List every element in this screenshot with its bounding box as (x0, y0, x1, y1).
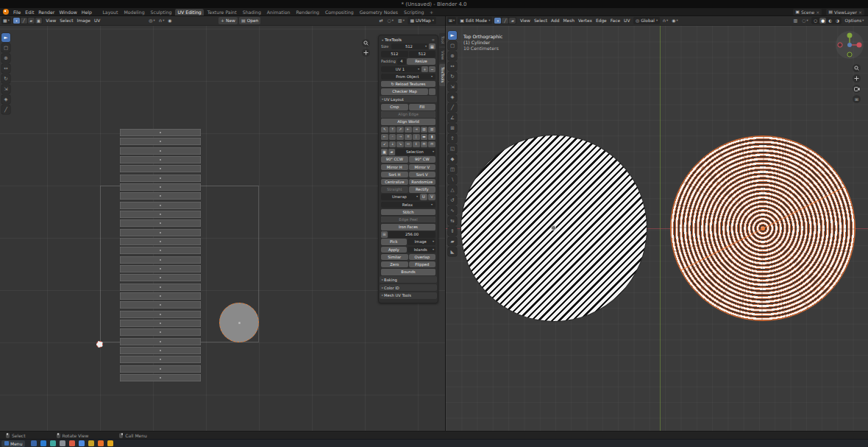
align-world-button[interactable]: Align World (381, 119, 435, 124)
uv-menu-image[interactable]: Image (75, 18, 92, 23)
unwrap-u-button[interactable]: U (420, 194, 427, 200)
align-icon-13-5[interactable]: ⊟ (421, 141, 428, 147)
selection-dropdown[interactable]: Selection▾ (396, 149, 435, 155)
align-icon-12-2[interactable]: → (396, 134, 404, 140)
move-tool[interactable]: ↔ (448, 62, 457, 71)
sidebar-tab-tool[interactable]: Tool (439, 33, 445, 46)
smooth-tool[interactable]: ∿ (448, 206, 457, 215)
resize-button[interactable]: Resize (407, 58, 435, 64)
inset-faces-tool[interactable]: ◱ (448, 144, 457, 153)
from-object-dropdown[interactable]: From Object▾ (383, 74, 434, 80)
rotate-tool[interactable]: ↻ (1, 74, 10, 83)
solid-shading-button[interactable]: ● (819, 18, 826, 24)
align-icon-11-2[interactable]: ↗ (396, 127, 404, 133)
scale-tool[interactable]: ⇲ (448, 82, 457, 91)
uv-editor-type-button[interactable]: ▦ ▾ (1, 17, 11, 24)
sort-h-button[interactable]: Sort H (381, 172, 408, 177)
align-icon-12-6[interactable]: ▮ (428, 134, 435, 140)
uv-island-strip[interactable] (120, 247, 201, 254)
align-mode-button[interactable]: ▣ (381, 149, 388, 155)
select-box-tool[interactable]: ▢ (1, 43, 10, 52)
uv-island-strip[interactable] (120, 156, 201, 163)
align-icon-11-0[interactable]: ↖ (381, 127, 388, 133)
uv-island-strip[interactable] (120, 202, 201, 209)
viewport-menu-uv[interactable]: UV (622, 18, 632, 23)
topbar-menu-edit[interactable]: Edit (23, 10, 36, 15)
topbar-menu-file[interactable]: File (11, 10, 23, 15)
reload-textures-button[interactable]: ↻ Reload Textures (381, 81, 435, 87)
uv-edge-select-button[interactable]: ╱ (21, 18, 27, 24)
workspace-tab-compositing[interactable]: Compositing (323, 9, 357, 15)
viewport-menu-add[interactable]: Add (549, 18, 561, 23)
measure-tool[interactable]: ∠ (448, 113, 457, 122)
uv-island-strip[interactable] (120, 138, 201, 145)
align-icon-12-3[interactable]: ≡ (405, 134, 412, 140)
uv-vertex-select-button[interactable]: ∙ (13, 18, 20, 24)
uv-island-strip[interactable] (120, 147, 201, 155)
scene-dropdown[interactable]: ▣ Scene × (793, 9, 822, 15)
uv-island-strip[interactable] (120, 301, 201, 309)
transform-tool[interactable]: ◈ (448, 93, 457, 102)
poly-build-tool[interactable]: △ (448, 186, 457, 194)
workspace-tab-scripting[interactable]: Scripting (402, 9, 427, 15)
uv-island-strip[interactable] (120, 229, 201, 236)
similar-button[interactable]: Similar (381, 254, 408, 260)
app-icon-6[interactable] (79, 440, 85, 446)
align-icon-13-4[interactable]: ↕ (413, 141, 420, 147)
size-image-button[interactable]: ▦ (429, 43, 435, 49)
viewport-canvas[interactable]: Top Orthographic (1) Cylinder 10 Centime… (446, 26, 868, 431)
uv-island-strip[interactable] (120, 338, 201, 345)
workspace-tab-texture-paint[interactable]: Texture Paint (204, 9, 239, 15)
overlays-button[interactable]: ◌ ▾ (801, 18, 809, 23)
proportional-edit-button[interactable]: ◉ ▾ (671, 18, 679, 23)
uv-island-strip[interactable] (120, 284, 201, 291)
workspace-tab-animation[interactable]: Animation (264, 9, 293, 15)
fill-button[interactable]: Fill (409, 104, 436, 110)
workspace-tab-uv-editing[interactable]: UV Editing (175, 9, 204, 15)
tweak-tool[interactable]: ► (1, 33, 10, 42)
face-select-button[interactable]: ▰ (509, 18, 516, 24)
rotate-tool[interactable]: ↻ (448, 72, 457, 81)
edge-select-button[interactable]: ╱ (502, 18, 508, 24)
workspace-tab-shading[interactable]: Shading (240, 9, 263, 15)
knife-tool[interactable]: ∖ (448, 175, 457, 184)
uv-menu-select[interactable]: Select (58, 18, 75, 23)
gizmo-x-neg-axis[interactable] (838, 43, 842, 47)
workspace-tab-sculpting[interactable]: Sculpting (148, 9, 174, 15)
relax-dropdown[interactable]: Relax▾ (383, 202, 434, 208)
orientation-dropdown[interactable]: ◎ Global ▾ (633, 17, 660, 24)
workspace-tab-modeling[interactable]: Modeling (121, 9, 147, 15)
align-icon-13-1[interactable]: ↓ (389, 141, 396, 147)
tweak-tool[interactable]: ► (448, 31, 457, 40)
scene-unlink-icon[interactable]: × (816, 10, 819, 15)
unwrap-v-button[interactable]: V (428, 194, 435, 200)
app-icon-8[interactable] (98, 440, 104, 446)
zero-button[interactable]: Zero (381, 261, 408, 267)
stitch-button[interactable]: Stitch (381, 209, 435, 215)
sidebar-tab-textools[interactable]: TexTools (439, 64, 445, 85)
textools-panel-header[interactable]: ▾ TexTools ≡ (379, 37, 438, 43)
viewport-menu-vertex[interactable]: Vertex (576, 18, 594, 23)
rendered-shading-button[interactable]: ◑ (834, 18, 841, 24)
uv-island-strip[interactable] (120, 129, 201, 136)
pivot-point-button[interactable]: ◎ ▾ (148, 18, 156, 23)
uv-island-strip[interactable] (120, 320, 201, 327)
textools-row-baking[interactable]: ▸Baking (380, 276, 437, 283)
iron-faces-button[interactable]: Iron Faces (381, 224, 435, 230)
size-y-field[interactable]: 512 (409, 51, 436, 57)
randomize-button[interactable]: Randomize (409, 179, 436, 185)
unwrap-dropdown[interactable]: Unwrap▾ (381, 194, 419, 200)
90-ccw-button[interactable]: 90° CCW (381, 156, 408, 162)
uv-island-strip[interactable] (120, 219, 201, 227)
shrink-fatten-tool[interactable]: ⇕ (448, 227, 457, 236)
islands-dropdown[interactable]: Islands▾ (408, 247, 436, 253)
workspace-tab-geometry-nodes[interactable]: Geometry Nodes (357, 9, 400, 15)
textools-row-uv-layout[interactable]: ▾UV Layout (380, 96, 437, 102)
drag-handle-icon[interactable]: ≡ (432, 38, 435, 42)
proportional-edit-button[interactable]: ◉ (167, 18, 173, 23)
textools-row-mesh-uv-tools[interactable]: ▸Mesh UV Tools (380, 292, 437, 299)
cursor-2d-tool[interactable]: ⊕ (1, 54, 10, 63)
align-icon-13-2[interactable]: ↘ (396, 141, 404, 147)
spin-tool[interactable]: ↺ (448, 196, 457, 205)
textools-row-color-id[interactable]: ▸Color ID (380, 284, 437, 291)
